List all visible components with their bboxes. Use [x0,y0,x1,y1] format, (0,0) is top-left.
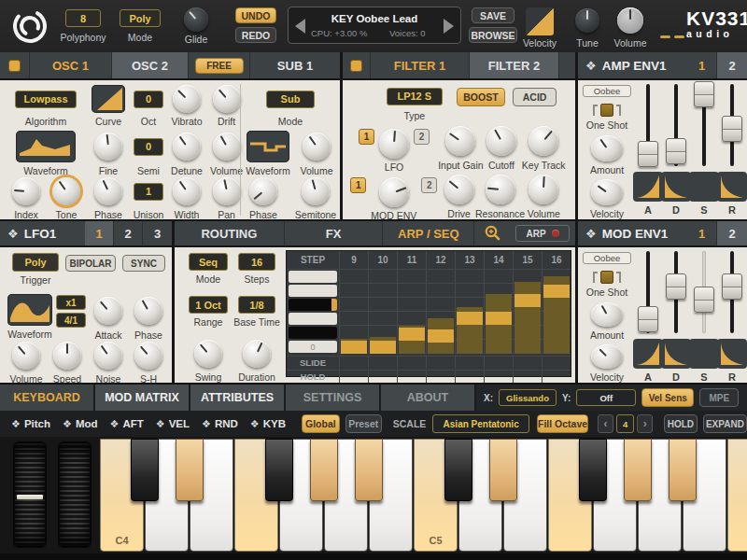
hold-cell[interactable] [484,371,513,383]
env-slider-A[interactable]: A [634,249,662,383]
slide-cell[interactable] [513,357,542,369]
slide-cell[interactable] [426,357,455,369]
filter-boost-button[interactable]: BOOST [457,88,506,106]
slide-cell[interactable] [397,357,426,369]
tab-attributes[interactable]: ATTRIBUTES [190,385,286,411]
osc-curve-display[interactable] [92,85,125,113]
step-column-16[interactable] [542,270,571,354]
osc-algorithm-value[interactable]: Lowpass [15,91,77,108]
expand-button[interactable]: EXPAND [703,414,747,433]
kb-toggle-mod[interactable]: ❖Mod [63,418,98,430]
sub-waveform-display[interactable] [247,131,289,162]
filter-lfo2-toggle[interactable]: 2 [414,129,430,145]
slider-handle[interactable] [722,116,742,142]
sub-mode-value[interactable]: Sub [266,91,315,108]
grid-key-white[interactable] [289,271,337,283]
mod-env-tab-2[interactable]: 2 [717,221,747,245]
tab-fx[interactable]: FX [285,221,384,245]
lfo-attack-knob[interactable] [94,297,122,325]
tab-osc1[interactable]: OSC 1 [30,52,112,78]
lfo-noise-knob[interactable] [94,342,122,370]
tab-keyboard[interactable]: KEYBOARD [0,385,95,411]
filter-key-track-knob[interactable] [529,126,558,156]
lfo-tab-2[interactable]: 2 [114,221,143,245]
grid-key-black[interactable] [289,299,337,311]
env-preset-button[interactable]: Oobee [583,85,631,97]
hold-cell[interactable] [397,371,426,383]
amp-env-amount-knob[interactable] [591,135,623,161]
white-key-C6[interactable] [727,439,747,552]
lfo-tab-1[interactable]: 1 [85,221,114,245]
sub-semitone-knob[interactable] [302,177,330,205]
seq-steps-value[interactable]: 16 [238,253,275,271]
velocity-curve-icon[interactable] [526,7,554,35]
sub-volume-knob[interactable] [303,133,331,161]
step-column-13[interactable] [455,270,484,354]
hold-cell[interactable] [542,371,571,383]
filter-enable-checkbox[interactable] [350,60,362,72]
slide-cell[interactable] [339,357,368,369]
slide-cell[interactable] [455,357,484,369]
octave-value[interactable]: 4 [616,414,635,433]
filter-type-value[interactable]: LP12 S [387,88,443,105]
browse-button[interactable]: BROWSE [469,27,517,43]
redo-button[interactable]: REDO [235,27,276,43]
env-slider-S[interactable]: S [690,249,718,383]
kb-toggle-pitch[interactable]: ❖Pitch [11,418,50,430]
osc-fine-knob[interactable] [94,133,122,161]
sub-phase-knob[interactable] [249,177,277,205]
black-key-Ds5[interactable] [489,439,517,501]
black-key-Cs5[interactable] [444,439,472,501]
kb-toggle-aft[interactable]: ❖AFT [110,418,144,430]
y-axis-value[interactable]: Off [576,389,636,406]
osc-width-knob[interactable] [173,177,201,205]
black-key-Gs5[interactable] [624,439,652,501]
env-slider-S[interactable]: S [690,82,718,219]
osc-tone-knob[interactable] [52,177,80,205]
env-slider-D[interactable]: D [662,249,690,383]
slide-cell[interactable] [368,357,397,369]
lfo-volume-knob[interactable] [12,342,40,370]
osc-volume-knob[interactable] [213,133,241,161]
grid-key-white[interactable] [289,285,337,297]
x-axis-value[interactable]: Glissando [499,389,557,406]
osc-detune-knob[interactable] [173,133,201,161]
black-key-As4[interactable] [355,439,383,501]
save-button[interactable]: SAVE [472,7,514,23]
octave-up-button[interactable]: › [637,414,653,433]
step-column-12[interactable] [426,270,455,354]
grid-key-black[interactable] [289,327,337,339]
env-slider-D[interactable]: D [662,82,690,219]
black-key-Ds4[interactable] [176,439,204,501]
filter-modenv2-toggle[interactable]: 2 [421,177,437,193]
filter-volume-knob[interactable] [529,175,558,204]
vel-sens-button[interactable]: Vel Sens [641,388,694,407]
preset-button[interactable]: Preset [345,414,382,433]
osc-vibrato-knob[interactable] [173,85,201,113]
filter-drive-knob[interactable] [444,175,474,204]
kb-toggle-kyb[interactable]: ❖KYB [250,418,286,430]
step-column-10[interactable] [368,270,397,354]
lfo-sync-button[interactable]: SYNC [122,255,165,272]
seq-mode-value[interactable]: Seq [189,253,228,271]
step-column-11[interactable] [397,270,426,354]
osc-semi-value[interactable]: 0 [134,138,163,156]
mod-env-velocity-knob[interactable] [591,344,623,369]
tab-filter1[interactable]: FILTER 1 [371,52,470,78]
lfo-tab-3[interactable]: 3 [143,221,172,245]
grid-key-white[interactable]: 0 [289,341,337,353]
black-key-Cs4[interactable] [131,439,159,501]
tab-arp-seq[interactable]: ARP / SEQ [383,221,474,245]
glide-knob[interactable] [184,7,208,32]
seq-swing-knob[interactable] [194,340,222,368]
polyphony-value[interactable]: 8 [65,9,101,27]
mode-value[interactable]: Poly [120,9,161,27]
hold-cell[interactable] [339,371,368,383]
filter-lfo-amount-knob[interactable] [379,129,409,159]
slider-handle[interactable] [722,273,742,300]
grid-key-white[interactable] [289,313,337,325]
hold-cell[interactable] [426,371,455,383]
kb-toggle-rnd[interactable]: ❖RND [202,418,238,430]
osc-phase-knob[interactable] [94,177,122,205]
global-button[interactable]: Global [302,414,340,433]
